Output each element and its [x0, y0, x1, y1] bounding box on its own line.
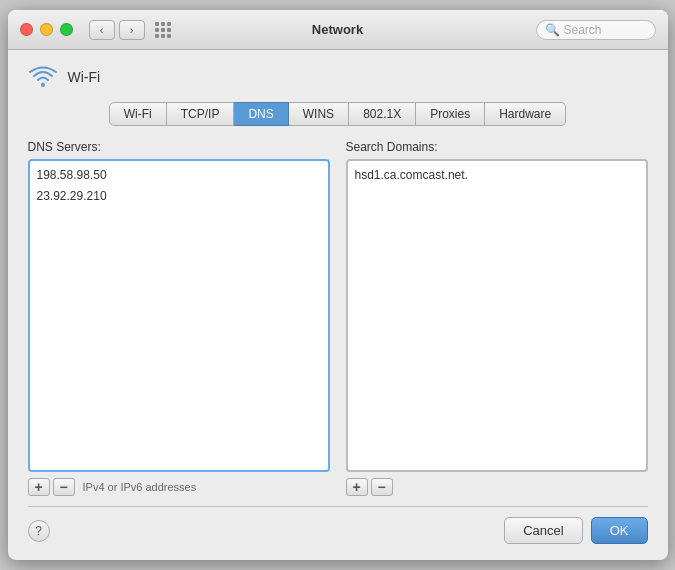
bottom-buttons: Cancel OK [504, 517, 647, 544]
search-domains-remove-button[interactable]: − [371, 478, 393, 496]
tab-dns[interactable]: DNS [234, 102, 288, 126]
minimize-button[interactable] [40, 23, 53, 36]
tab-wins[interactable]: WINS [289, 102, 349, 126]
forward-button[interactable]: › [119, 20, 145, 40]
cancel-button[interactable]: Cancel [504, 517, 582, 544]
search-domains-add-button[interactable]: + [346, 478, 368, 496]
search-box[interactable]: 🔍 Search [536, 20, 656, 40]
search-domains-label: Search Domains: [346, 140, 648, 154]
tab-proxies[interactable]: Proxies [416, 102, 485, 126]
window-title: Network [312, 22, 363, 37]
close-button[interactable] [20, 23, 33, 36]
titlebar: ‹ › Network 🔍 Search [8, 10, 668, 50]
dns-servers-column: DNS Servers: 198.58.98.50 23.92.29.210 +… [28, 140, 330, 496]
ok-button[interactable]: OK [591, 517, 648, 544]
dns-servers-list[interactable]: 198.58.98.50 23.92.29.210 [28, 159, 330, 472]
dns-servers-label: DNS Servers: [28, 140, 330, 154]
dns-servers-hint: IPv4 or IPv6 addresses [83, 481, 197, 493]
wifi-icon [28, 66, 58, 88]
network-window: ‹ › Network 🔍 Search [8, 10, 668, 560]
traffic-lights [20, 23, 73, 36]
dns-servers-add-button[interactable]: + [28, 478, 50, 496]
nav-buttons: ‹ › [89, 20, 145, 40]
tab-tcpip[interactable]: TCP/IP [167, 102, 235, 126]
grid-icon[interactable] [155, 22, 171, 38]
list-item: 23.92.29.210 [34, 186, 324, 207]
content-area: Wi-Fi Wi-Fi TCP/IP DNS WINS 802.1X Proxi… [8, 50, 668, 560]
tab-wifi[interactable]: Wi-Fi [109, 102, 167, 126]
dns-panel: DNS Servers: 198.58.98.50 23.92.29.210 +… [28, 140, 648, 496]
dns-servers-actions: + − IPv4 or IPv6 addresses [28, 478, 330, 496]
wifi-label: Wi-Fi [68, 69, 101, 85]
search-placeholder: Search [564, 23, 602, 37]
search-domains-column: Search Domains: hsd1.ca.comcast.net. + − [346, 140, 648, 496]
search-domains-list[interactable]: hsd1.ca.comcast.net. [346, 159, 648, 472]
list-item: hsd1.ca.comcast.net. [352, 165, 642, 186]
search-domains-actions: + − [346, 478, 648, 496]
tab-8021x[interactable]: 802.1X [349, 102, 416, 126]
tab-hardware[interactable]: Hardware [485, 102, 566, 126]
wifi-header: Wi-Fi [28, 66, 648, 88]
help-button[interactable]: ? [28, 520, 50, 542]
back-button[interactable]: ‹ [89, 20, 115, 40]
maximize-button[interactable] [60, 23, 73, 36]
tabs-bar: Wi-Fi TCP/IP DNS WINS 802.1X Proxies Har… [28, 102, 648, 126]
svg-point-0 [41, 83, 45, 87]
dns-servers-remove-button[interactable]: − [53, 478, 75, 496]
bottom-bar: ? Cancel OK [28, 506, 648, 544]
dns-columns: DNS Servers: 198.58.98.50 23.92.29.210 +… [28, 140, 648, 496]
search-icon: 🔍 [545, 23, 560, 37]
list-item: 198.58.98.50 [34, 165, 324, 186]
